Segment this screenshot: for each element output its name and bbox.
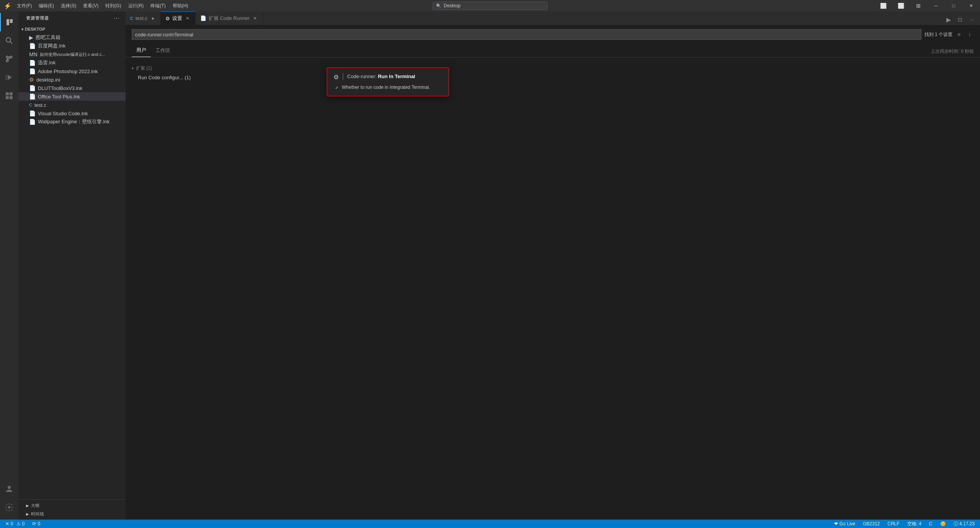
activity-extensions[interactable] (0, 87, 18, 105)
activity-account[interactable] (0, 480, 18, 498)
outline-label: 大纲 (31, 503, 40, 508)
activity-settings[interactable] (0, 498, 18, 517)
menu-view[interactable]: 查看(V) (80, 2, 101, 10)
svg-point-6 (7, 60, 8, 62)
svg-rect-1 (10, 19, 13, 23)
close-btn[interactable]: ✕ (962, 0, 980, 11)
file-item-baidu[interactable]: 📄 百度网盘.lnk (18, 42, 126, 50)
sidebar-more-btn[interactable]: ··· (113, 14, 121, 23)
setting-run-code[interactable]: Run Code configur... (1) (132, 73, 974, 82)
menu-goto[interactable]: 转到(G) (102, 2, 124, 10)
settings-tab-workspace[interactable]: 工作区 (151, 44, 175, 57)
settings-tabs-row: 用户 工作区 上次同步时间: 0 秒前 (126, 44, 980, 57)
file-label: 如何使用vscode编译运行.c and c... (40, 52, 105, 57)
settings-filter-btn[interactable]: ≡ (955, 30, 963, 39)
activity-bottom (0, 480, 18, 517)
svg-rect-10 (10, 92, 13, 95)
tab-extension-close[interactable]: ✕ (252, 15, 258, 21)
status-info[interactable]: ⓘ 4.17.23 (951, 520, 977, 528)
editor-area: C test.c ● ⚙ 设置 ✕ 📄 扩展 Code Runner ✕ ▶ ⊡… (126, 11, 980, 520)
menu-terminal[interactable]: 终端(T) (147, 2, 168, 10)
status-spaces[interactable]: 空格: 4 (905, 520, 924, 528)
status-emoji[interactable]: 😊 (938, 520, 948, 528)
file-item-wallpaper[interactable]: 📄 Wallpaper Engine：壁纸引擎.lnk (18, 118, 126, 126)
tab-testc-close[interactable]: ● (150, 15, 156, 21)
error-icon: ✕ (5, 521, 9, 526)
file-label: DLUTToolBoxV3.lnk (38, 85, 82, 91)
menu-file[interactable]: 文件(F) (14, 2, 35, 10)
emoji-icon: 😊 (940, 521, 946, 526)
error-count: 0 (11, 521, 13, 526)
file-item-photoshop[interactable]: 📄 Adobe Photoshop 2022.lnk (18, 67, 126, 75)
run-icon-btn[interactable]: ▶ (943, 14, 954, 25)
settings-sync-text: 上次同步时间: 0 秒前 (931, 48, 974, 57)
settings-search-input[interactable]: code-runner.runInTerminal (132, 29, 921, 40)
maximize-btn[interactable]: □ (945, 0, 962, 11)
app-icon: ⚡ (4, 2, 11, 9)
file-icon: 📄 (29, 85, 36, 91)
file-label: 迅雷.lnk (38, 59, 56, 66)
svg-rect-0 (7, 19, 9, 25)
file-icon: 📄 (29, 43, 36, 49)
sidebar-section-desktop[interactable]: ▾ DESKTOP (18, 25, 126, 33)
extension-group-header[interactable]: ▾ 扩展 (1) (132, 64, 974, 73)
settings-tab-user[interactable]: 用户 (132, 44, 151, 57)
activity-run-debug[interactable] (0, 68, 18, 87)
window-controls: ⬜ ⬜ ⊞ ─ □ ✕ (874, 0, 980, 11)
title-bar: ⚡ 文件(F) 编辑(E) 选择(S) 查看(V) 转到(G) 运行(R) 终端… (0, 0, 980, 11)
sidebar-outline[interactable]: ▶ 大纲 (18, 501, 126, 510)
file-item-xunlei[interactable]: 📄 迅雷.lnk (18, 59, 126, 67)
file-label: Wallpaper Engine：壁纸引擎.lnk (38, 118, 109, 125)
status-bar-left: ✕ 0 ⚠ 0 ⟳ 0 (3, 520, 42, 528)
title-search[interactable]: 🔍 Desktop (433, 2, 547, 10)
tab-settings-label: 设置 (172, 15, 182, 22)
layout-grid-btn[interactable]: ⊞ (910, 0, 927, 11)
file-item-desktop-ini[interactable]: ⚙ desktop.ini (18, 75, 126, 84)
tab-settings[interactable]: ⚙ 设置 ✕ (161, 11, 196, 25)
extension-group-label: 扩展 (1) (136, 65, 152, 72)
menu-edit[interactable]: 编辑(E) (36, 2, 57, 10)
extension-group: ▾ 扩展 (1) Run Code configur... (1) (132, 64, 974, 82)
activity-search[interactable] (0, 31, 18, 50)
status-line-ending[interactable]: CRLF (885, 520, 902, 528)
tab-extension[interactable]: 📄 扩展 Code Runner ✕ (196, 11, 263, 25)
status-encoding[interactable]: GB2312 (861, 520, 882, 528)
status-errors[interactable]: ✕ 0 ⚠ 0 (3, 520, 27, 528)
gear-icon: ⚙ (333, 74, 339, 81)
menu-run[interactable]: 运行(R) (125, 2, 147, 10)
sidebar-timeline[interactable]: ▶ 时间线 (18, 510, 126, 518)
file-item-dlut[interactable]: 📄 DLUTToolBoxV3.lnk (18, 84, 126, 92)
tooltip-title: Code-runner: Run In Terminal (347, 73, 415, 80)
check-icon: ✓ (335, 85, 339, 90)
file-item-howto[interactable]: MN 如何使用vscode编译运行.c and c... (18, 50, 126, 59)
menu-select[interactable]: 选择(S) (58, 2, 79, 10)
activity-source-control[interactable] (0, 50, 18, 68)
file-item-tubagongju[interactable]: ▶ 图吧工具箱 (18, 33, 126, 42)
tab-testc[interactable]: C test.c ● (126, 11, 161, 25)
status-language[interactable]: C (927, 520, 935, 528)
split-editor-btn[interactable]: ⊡ (955, 14, 965, 25)
more-actions-btn[interactable]: ··· (966, 14, 977, 25)
language-text: C (929, 521, 933, 526)
tab-settings-close[interactable]: ✕ (185, 15, 191, 21)
file-item-testc[interactable]: C test.c (18, 101, 126, 109)
activity-explorer[interactable] (0, 13, 18, 31)
ini-icon: ⚙ (29, 77, 34, 83)
file-item-vscode[interactable]: 📄 Visual Studio Code.lnk (18, 109, 126, 118)
sync-count: 0 (38, 521, 40, 526)
menu-help[interactable]: 帮助(H) (170, 2, 191, 10)
c-icon: C (130, 16, 133, 21)
svg-rect-8 (6, 75, 7, 80)
svg-line-3 (10, 42, 13, 44)
warning-count: 0 (22, 521, 25, 526)
status-golive[interactable]: ❤ Go Live (832, 520, 858, 528)
line-ending-text: CRLF (887, 521, 899, 526)
status-sync[interactable]: ⟳ 0 (30, 520, 42, 528)
settings-sort-btn[interactable]: ↕ (965, 30, 974, 39)
layout-panels-btn[interactable]: ⬜ (874, 0, 892, 11)
minimize-btn[interactable]: ─ (927, 0, 945, 11)
layout-editor-btn[interactable]: ⬜ (892, 0, 910, 11)
settings-panel: code-runner.runInTerminal 找到 1 个设置 ≡ ↕ 用… (126, 25, 980, 520)
setting-run-code-label: Run Code configur... (1) (138, 75, 191, 80)
file-item-officetool[interactable]: 📄 Office Tool Plus.lnk (18, 92, 126, 101)
